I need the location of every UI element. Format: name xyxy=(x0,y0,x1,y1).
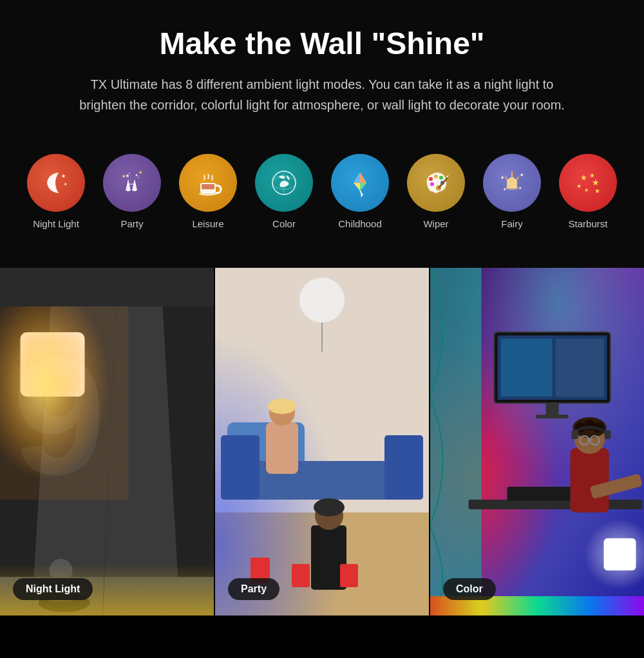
color-scene xyxy=(430,268,644,616)
night-light-icon-circle: ★ ★ xyxy=(27,154,85,212)
svg-rect-88 xyxy=(572,430,578,439)
night-light-label: Night Light xyxy=(33,218,79,229)
icon-item-wiper[interactable]: Wiper xyxy=(407,154,465,229)
svg-rect-70 xyxy=(430,268,482,616)
svg-text:★: ★ xyxy=(576,183,582,189)
svg-rect-56 xyxy=(221,435,260,500)
fairy-svg: ★ ★ ★ ★ xyxy=(495,166,529,200)
svg-text:★: ★ xyxy=(61,173,66,179)
page-title: Make the Wall "Shine" xyxy=(39,26,605,61)
svg-point-52 xyxy=(299,277,345,323)
svg-point-5 xyxy=(138,177,139,178)
svg-rect-34 xyxy=(0,268,214,306)
svg-text:★: ★ xyxy=(64,182,67,186)
svg-rect-92 xyxy=(585,519,645,590)
icons-row: ★ ★ Night Light xyxy=(39,141,605,249)
svg-text:9: 9 xyxy=(13,323,106,509)
svg-text:★: ★ xyxy=(594,187,600,194)
leisure-label: Leisure xyxy=(192,218,223,229)
leisure-icon-circle xyxy=(179,154,237,212)
svg-rect-57 xyxy=(384,435,423,500)
night-light-photo-label: Night Light xyxy=(13,578,93,600)
svg-rect-75 xyxy=(546,403,559,416)
color-panel: Color xyxy=(429,268,644,616)
svg-point-14 xyxy=(361,193,363,196)
svg-text:★: ★ xyxy=(520,173,524,177)
svg-point-22 xyxy=(506,186,518,190)
starburst-label: Starburst xyxy=(569,218,608,229)
party-svg: ★ ★ xyxy=(115,166,149,200)
party-photo-label: Party xyxy=(228,578,279,600)
svg-point-9 xyxy=(199,192,217,196)
party-panel: Party xyxy=(214,268,429,616)
wiper-label: Wiper xyxy=(423,218,448,229)
party-scene xyxy=(215,268,429,616)
svg-rect-79 xyxy=(571,448,609,512)
svg-rect-10 xyxy=(202,184,214,189)
childhood-icon-circle xyxy=(331,154,389,212)
svg-point-65 xyxy=(314,498,345,516)
svg-point-18 xyxy=(439,176,443,180)
svg-point-17 xyxy=(434,174,438,178)
svg-text:★: ★ xyxy=(138,170,142,174)
svg-text:★: ★ xyxy=(584,187,589,193)
wiper-svg xyxy=(419,166,453,200)
party-label: Party xyxy=(120,218,143,229)
icon-item-party[interactable]: ★ ★ Party xyxy=(103,154,161,229)
svg-rect-74 xyxy=(556,339,604,397)
childhood-svg xyxy=(343,166,377,200)
svg-text:★: ★ xyxy=(122,174,126,178)
svg-rect-62 xyxy=(292,564,310,587)
fairy-icon-circle: ★ ★ ★ ★ xyxy=(483,154,541,212)
wiper-icon-circle xyxy=(407,154,465,212)
starburst-svg: ★ ★ ★ ★ ★ ★ xyxy=(571,166,605,200)
svg-text:★: ★ xyxy=(518,186,522,190)
svg-point-60 xyxy=(268,399,296,414)
night-light-svg: ★ ★ xyxy=(39,166,73,200)
svg-text:★: ★ xyxy=(500,175,504,180)
svg-point-16 xyxy=(429,177,433,181)
night-light-scene: 9 xyxy=(0,268,214,616)
top-section: Make the Wall "Shine" TX Ultimate has 8 … xyxy=(0,0,644,268)
icon-item-starburst[interactable]: ★ ★ ★ ★ ★ ★ Starburst xyxy=(559,154,617,229)
icon-item-night-light[interactable]: ★ ★ Night Light xyxy=(27,154,85,229)
svg-rect-77 xyxy=(469,500,643,509)
svg-point-20 xyxy=(430,182,434,186)
svg-rect-58 xyxy=(266,422,298,474)
childhood-label: Childhood xyxy=(338,218,382,229)
svg-point-3 xyxy=(136,174,138,176)
night-light-panel: 9 Night Light xyxy=(0,268,214,616)
color-label: Color xyxy=(272,218,296,229)
svg-rect-66 xyxy=(340,564,358,587)
svg-text:★: ★ xyxy=(503,187,506,191)
icon-item-fairy[interactable]: ★ ★ ★ ★ Fairy xyxy=(483,154,541,229)
icon-item-leisure[interactable]: Leisure xyxy=(179,154,237,229)
photos-section: 9 Night Light xyxy=(0,268,644,616)
svg-text:★: ★ xyxy=(580,173,587,182)
svg-rect-76 xyxy=(536,415,569,418)
page-subtitle: TX Ultimate has 8 different ambient ligh… xyxy=(71,74,573,115)
color-icon-circle xyxy=(255,154,313,212)
svg-point-4 xyxy=(129,173,130,174)
party-icon-circle: ★ ★ xyxy=(103,154,161,212)
svg-text:★: ★ xyxy=(592,178,600,187)
leisure-svg xyxy=(191,166,225,200)
svg-rect-73 xyxy=(501,339,553,397)
icon-item-color[interactable]: Color xyxy=(255,154,313,229)
icon-item-childhood[interactable]: Childhood xyxy=(331,154,389,229)
fairy-label: Fairy xyxy=(501,218,522,229)
svg-rect-89 xyxy=(605,430,611,439)
svg-point-2 xyxy=(126,174,129,177)
starburst-icon-circle: ★ ★ ★ ★ ★ ★ xyxy=(559,154,617,212)
color-photo-label: Color xyxy=(443,578,496,600)
color-svg xyxy=(267,166,301,200)
